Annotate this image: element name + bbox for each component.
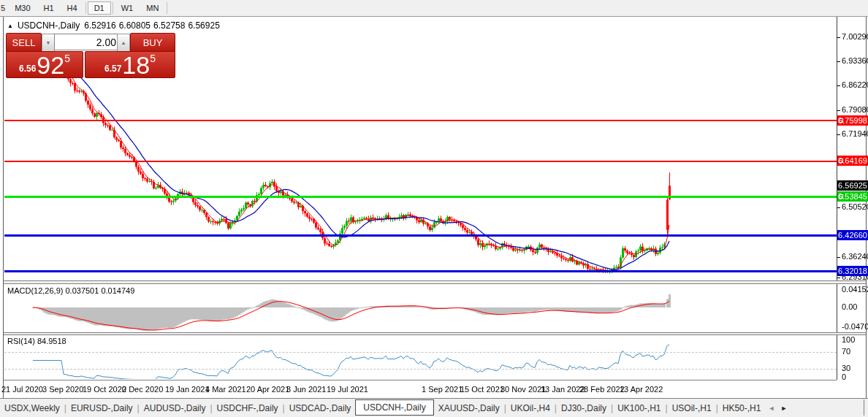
- volume-decrease-button[interactable]: ▼: [42, 34, 55, 52]
- date-axis-label: 28 Feb 2022: [579, 385, 625, 394]
- price-axis-label: 6.50520: [842, 202, 868, 211]
- date-axis-label: 3 Jun 2021: [286, 385, 326, 394]
- price-badge-current-price: 6.56925: [837, 180, 868, 191]
- hline-resistance-66417[interactable]: [4, 161, 837, 162]
- date-axis-label: 19 Jan 2021: [165, 385, 210, 394]
- rsi-axis-label: 0: [842, 372, 846, 381]
- sell-button[interactable]: SELL: [6, 33, 42, 53]
- date-axis-label: 13 Apr 2022: [620, 385, 663, 394]
- toolbar-separator: [85, 2, 86, 14]
- sell-price-display[interactable]: 6.56 92 5: [6, 51, 83, 78]
- buy-price-pips: 18: [122, 56, 150, 76]
- chevron-up-icon: ▲: [121, 40, 126, 45]
- collapse-chart-icon[interactable]: ▲: [7, 23, 13, 29]
- price-axis-tick: [837, 207, 840, 208]
- date-axis-label: 4 Mar 2021: [205, 385, 246, 394]
- buy-price-display[interactable]: 6.57 18 5: [85, 51, 175, 78]
- tab-scroll-right-icon[interactable]: ►: [780, 405, 787, 412]
- price-badge-support-green: 6.53845: [837, 191, 868, 202]
- price-axis-tick: [837, 85, 840, 86]
- buy-price-figure: 6.57: [104, 64, 121, 74]
- price-axis-tick: [837, 278, 840, 278]
- chevron-down-icon: ▼: [46, 40, 51, 45]
- tab-scroll-arrows: ◄ ►: [768, 405, 787, 412]
- tab-ukoil-h4[interactable]: UKOil-,H4: [506, 401, 555, 416]
- price-axis-label: 6.36240: [842, 252, 868, 261]
- timeframe-button-h1[interactable]: H1: [37, 2, 61, 14]
- tab-usdchf-daily[interactable]: USDCHF-,Daily: [213, 401, 283, 416]
- volume-input[interactable]: [54, 34, 121, 50]
- tab-audusd-daily[interactable]: AUDUSD-,Daily: [140, 401, 210, 416]
- chart-symbol-title: USDCNH-,Daily: [18, 20, 80, 31]
- toolbar-separator: [113, 2, 113, 14]
- timeframe-button-m30[interactable]: M30: [8, 2, 37, 14]
- tab-usdx-weekly[interactable]: USDX,Weekly: [0, 401, 64, 416]
- date-axis-label: 21 Jul 2020: [1, 385, 43, 394]
- rsi-axis-label: 30: [842, 364, 850, 372]
- date-axis-label: 19 Oct 2020: [83, 385, 126, 394]
- macd-indicator-title: MACD(12,26,9) 0.037501 0.014749: [7, 286, 134, 295]
- timeframe-button-m5[interactable]: 5: [0, 2, 8, 14]
- ohlc-close: 6.56925: [188, 20, 219, 31]
- rsi-panel-divider[interactable]: [4, 332, 866, 335]
- rsi-level-30-line: [4, 369, 837, 370]
- macd-axis-label: 0.041528: [842, 285, 868, 294]
- rsi-indicator-title: RSI(14) 84.9518: [7, 337, 66, 345]
- rsi-axis-label: 100: [842, 335, 855, 344]
- tab-eurusd-daily[interactable]: EURUSD-,Daily: [66, 401, 137, 416]
- timeframe-toolbar: 5 M30 H1 H4 D1 W1 MN: [0, 0, 868, 17]
- price-badge-resistance-lower: 6.64169: [837, 156, 868, 166]
- timeframe-button-h4[interactable]: H4: [61, 2, 84, 14]
- price-axis-tick: [837, 257, 840, 258]
- chart-tab-bar: USDX,Weekly | EURUSD-,Daily | AUDUSD-,Da…: [0, 398, 868, 417]
- hline-support-63202[interactable]: [4, 270, 837, 272]
- tab-xauusd-daily[interactable]: XAUUSD-,Daily: [434, 401, 504, 416]
- price-axis-label: 7.00290: [842, 32, 868, 41]
- price-badge-resistance-upper: 6.75998: [837, 115, 868, 126]
- macd-panel-divider[interactable]: [4, 280, 866, 284]
- volume-increase-button[interactable]: ▲: [117, 34, 130, 52]
- date-axis-label: 13 Jan 2022: [541, 385, 585, 394]
- price-axis-label: 6.93360: [842, 56, 868, 65]
- tab-usoil-h1[interactable]: USOil-,H1: [668, 401, 716, 416]
- ohlc-high: 6.60805: [119, 20, 151, 31]
- buy-button[interactable]: BUY: [130, 33, 175, 53]
- one-click-trading-panel: SELL ▼ ▲ BUY 6.56 92 5 6.57 18 5: [6, 33, 174, 77]
- tab-usdcnh-daily-active[interactable]: USDCNH-,Daily: [355, 399, 433, 416]
- timeframe-button-d1[interactable]: D1: [88, 1, 111, 15]
- tab-uk100-h1[interactable]: UK100-,H1: [613, 401, 665, 416]
- price-axis-tick: [837, 134, 840, 135]
- hline-support-64266[interactable]: [4, 234, 837, 237]
- date-axis-label: 3 Sep 2020: [42, 385, 83, 394]
- timeframe-button-mn[interactable]: MN: [140, 2, 165, 14]
- date-axis-label: 1 Sep 2021: [422, 385, 462, 394]
- date-axis-label: 30 Nov 2021: [500, 385, 546, 394]
- macd-axis-label: 0.00: [842, 302, 857, 311]
- price-axis-label: 6.71940: [842, 129, 868, 138]
- timeframe-button-w1[interactable]: W1: [115, 2, 140, 14]
- date-axis-label: 15 Oct 2021: [460, 385, 504, 394]
- date-axis-label: 19 Jul 2021: [327, 385, 368, 394]
- rsi-axis-label: 70: [842, 347, 850, 356]
- macd-axis-label: -0.04707: [842, 322, 868, 331]
- buy-price-point: 5: [150, 53, 156, 64]
- tab-dj30-daily[interactable]: DJ30-,Daily: [557, 401, 611, 416]
- price-axis-label: 6.79080: [842, 105, 868, 114]
- tab-scroll-left-icon[interactable]: ◄: [768, 405, 774, 412]
- tab-bar-end-separator: [864, 399, 864, 416]
- sell-price-point: 5: [64, 53, 70, 64]
- sell-price-figure: 6.56: [19, 64, 36, 74]
- price-axis-tick: [837, 110, 840, 111]
- tab-hk50-h1[interactable]: HK50-,H1: [718, 401, 766, 416]
- ohlc-low: 6.52758: [153, 20, 185, 31]
- ohlc-open: 6.52916: [84, 20, 115, 31]
- tab-usdcad-daily[interactable]: USDCAD-,Daily: [285, 401, 356, 416]
- hline-support-65385[interactable]: [4, 196, 837, 198]
- date-axis-label: 2 Dec 2020: [122, 385, 163, 394]
- chart-header: ▲ USDCNH-,Daily 6.52916 6.60805 6.52758 …: [7, 20, 220, 31]
- sell-price-pips: 92: [37, 56, 64, 76]
- price-axis-tick: [837, 61, 840, 62]
- toolbar-separator: [167, 2, 167, 14]
- hline-resistance-67600[interactable]: [4, 120, 837, 121]
- date-axis-label: 20 Apr 2021: [246, 385, 289, 394]
